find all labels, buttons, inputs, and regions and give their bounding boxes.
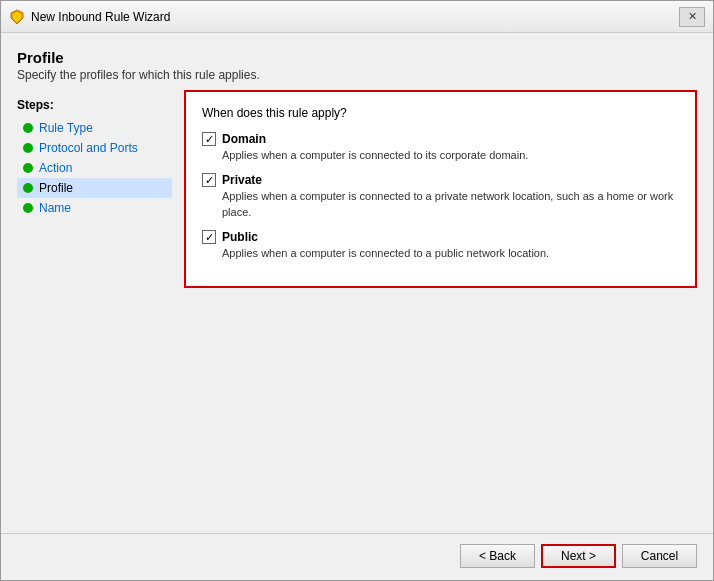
- checkbox-check-private: ✓: [205, 175, 214, 186]
- titlebar-icon: !: [9, 9, 25, 25]
- option-header-private: ✓Private: [202, 173, 679, 187]
- checkbox-wrapper-public[interactable]: ✓Public: [202, 230, 258, 244]
- option-label-domain: Domain: [222, 132, 266, 146]
- sidebar-label-name: Name: [39, 201, 71, 215]
- titlebar: ! New Inbound Rule Wizard ✕: [1, 1, 713, 33]
- sidebar-item-protocol-ports[interactable]: Protocol and Ports: [17, 138, 172, 158]
- option-desc-domain: Applies when a computer is connected to …: [222, 148, 679, 163]
- sidebar-item-rule-type[interactable]: Rule Type: [17, 118, 172, 138]
- rule-box: When does this rule apply? ✓DomainApplie…: [184, 90, 697, 288]
- wizard-window: ! New Inbound Rule Wizard ✕ Profile Spec…: [0, 0, 714, 581]
- option-row-domain: ✓DomainApplies when a computer is connec…: [202, 132, 679, 163]
- option-header-public: ✓Public: [202, 230, 679, 244]
- sidebar-item-name[interactable]: Name: [17, 198, 172, 218]
- step-dot-profile: [23, 183, 33, 193]
- footer: < Back Next > Cancel: [1, 534, 713, 580]
- page-subtitle: Specify the profiles for which this rule…: [17, 68, 697, 82]
- checkbox-public[interactable]: ✓: [202, 230, 216, 244]
- checkbox-wrapper-private[interactable]: ✓Private: [202, 173, 262, 187]
- right-panel: When does this rule apply? ✓DomainApplie…: [172, 90, 697, 533]
- sidebar-label-action: Action: [39, 161, 72, 175]
- option-label-private: Private: [222, 173, 262, 187]
- main-body: Steps: Rule TypeProtocol and PortsAction…: [17, 90, 697, 533]
- cancel-button[interactable]: Cancel: [622, 544, 697, 568]
- checkbox-check-public: ✓: [205, 232, 214, 243]
- sidebar-label-rule-type: Rule Type: [39, 121, 93, 135]
- checkbox-domain[interactable]: ✓: [202, 132, 216, 146]
- sidebar-label-protocol-ports: Protocol and Ports: [39, 141, 138, 155]
- sidebar-item-profile[interactable]: Profile: [17, 178, 172, 198]
- sidebar: Steps: Rule TypeProtocol and PortsAction…: [17, 90, 172, 533]
- option-desc-public: Applies when a computer is connected to …: [222, 246, 679, 261]
- option-label-public: Public: [222, 230, 258, 244]
- step-dot-name: [23, 203, 33, 213]
- option-row-private: ✓PrivateApplies when a computer is conne…: [202, 173, 679, 220]
- step-dot-rule-type: [23, 123, 33, 133]
- page-title: Profile: [17, 49, 697, 66]
- sidebar-label-profile: Profile: [39, 181, 73, 195]
- step-dot-action: [23, 163, 33, 173]
- content-area: Profile Specify the profiles for which t…: [1, 33, 713, 533]
- sidebar-item-action[interactable]: Action: [17, 158, 172, 178]
- options-container: ✓DomainApplies when a computer is connec…: [202, 132, 679, 262]
- checkbox-private[interactable]: ✓: [202, 173, 216, 187]
- checkbox-check-domain: ✓: [205, 134, 214, 145]
- option-header-domain: ✓Domain: [202, 132, 679, 146]
- rule-question: When does this rule apply?: [202, 106, 679, 120]
- checkbox-wrapper-domain[interactable]: ✓Domain: [202, 132, 266, 146]
- sidebar-items: Rule TypeProtocol and PortsActionProfile…: [17, 118, 172, 218]
- page-header: Profile Specify the profiles for which t…: [17, 49, 697, 82]
- back-button[interactable]: < Back: [460, 544, 535, 568]
- step-dot-protocol-ports: [23, 143, 33, 153]
- titlebar-title: New Inbound Rule Wizard: [31, 10, 679, 24]
- steps-label: Steps:: [17, 98, 172, 112]
- next-button[interactable]: Next >: [541, 544, 616, 568]
- option-row-public: ✓PublicApplies when a computer is connec…: [202, 230, 679, 261]
- option-desc-private: Applies when a computer is connected to …: [222, 189, 679, 220]
- close-button[interactable]: ✕: [679, 7, 705, 27]
